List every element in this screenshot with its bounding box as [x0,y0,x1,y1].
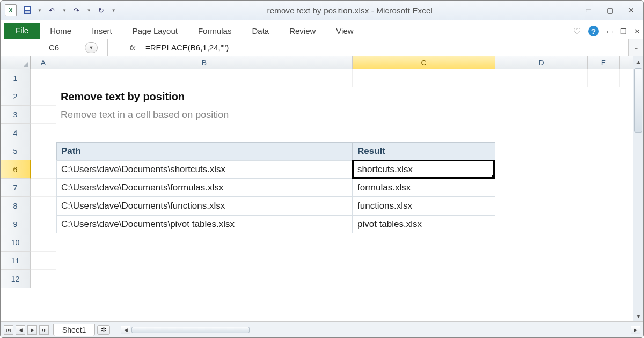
cell-result[interactable]: shortcuts.xlsx [353,160,495,179]
cell[interactable] [495,87,588,106]
cell[interactable] [588,197,620,215]
hscroll-track[interactable] [130,326,631,334]
cell[interactable] [588,160,620,179]
cell[interactable] [31,106,56,124]
cell[interactable] [588,124,620,142]
row-header[interactable]: 7 [1,179,31,197]
repeat-icon[interactable]: ↻ [96,5,107,16]
scroll-up-icon[interactable]: ▲ [633,56,643,67]
cell[interactable] [31,124,56,142]
formula-expand-icon[interactable]: ⌄ [628,39,643,56]
cell[interactable] [31,160,56,179]
cell[interactable] [31,252,56,270]
sheet-last-icon[interactable]: ⏭ [39,325,49,335]
tab-data[interactable]: Data [252,26,269,35]
save-icon[interactable] [22,5,33,16]
doc-restore-icon[interactable]: ❐ [620,27,627,35]
tab-page-layout[interactable]: Page Layout [133,26,178,35]
header-result[interactable]: Result [353,142,495,160]
qat-customize-icon[interactable]: ▼ [110,8,118,13]
cell[interactable] [353,124,495,142]
scroll-left-icon[interactable]: ◀ [121,326,130,334]
row-header[interactable]: 2 [1,87,31,106]
select-all-corner[interactable] [1,56,31,69]
col-header-a[interactable]: A [31,56,56,69]
row-header[interactable]: 3 [1,106,31,124]
cell[interactable] [495,215,588,233]
row-header[interactable]: 4 [1,124,31,142]
row-header[interactable]: 1 [1,69,31,87]
scroll-right-icon[interactable]: ▶ [631,326,640,334]
cell[interactable] [495,252,588,270]
scroll-track[interactable] [633,67,643,311]
row-header[interactable]: 12 [1,270,31,288]
cell[interactable] [31,69,56,87]
cell[interactable] [353,106,495,124]
col-header-d[interactable]: D [495,56,588,69]
redo-icon[interactable]: ↷ [71,5,82,16]
cell[interactable] [588,142,620,160]
qat-dropdown-icon[interactable]: ▼ [36,8,43,13]
cell[interactable] [353,87,495,106]
minimize-icon[interactable]: ▭ [582,5,594,15]
undo-icon[interactable]: ↶ [47,5,57,16]
cell-path[interactable]: C:\Users\dave\Documents\shortcuts.xlsx [56,160,353,179]
sheet-first-icon[interactable]: ⏮ [4,325,13,335]
cell[interactable] [353,252,495,270]
row-header[interactable]: 5 [1,142,31,160]
cell[interactable] [495,69,588,87]
cell[interactable] [495,197,588,215]
tab-home[interactable]: Home [50,26,71,35]
scroll-thumb[interactable] [634,68,642,133]
cell[interactable] [588,252,620,270]
cell[interactable] [495,179,588,197]
cell[interactable] [588,215,620,233]
vertical-scrollbar[interactable]: ▲ ▼ [633,56,643,321]
cell[interactable] [56,252,353,270]
cell[interactable] [353,233,495,252]
col-header-c[interactable]: C [353,56,495,69]
cell[interactable] [56,233,353,252]
cell-result[interactable]: formulas.xlsx [353,179,495,197]
new-sheet-icon[interactable]: ✲ [97,325,110,335]
cell[interactable] [588,87,620,106]
cell[interactable] [56,270,353,288]
cell[interactable] [588,270,620,288]
cell[interactable] [31,87,56,106]
scroll-down-icon[interactable]: ▼ [633,311,643,321]
cell[interactable] [56,124,353,142]
name-box[interactable]: C6 ▼ [1,39,108,56]
sheet-next-icon[interactable]: ▶ [27,325,37,335]
cell[interactable] [495,106,588,124]
cell-path[interactable]: C:\Users\dave\Documents\functions.xlsx [56,197,353,215]
col-header-b[interactable]: B [56,56,353,69]
cell-subtitle[interactable]: Remove text in a cell based on position [56,106,353,124]
cell[interactable] [56,69,353,87]
cell-path[interactable]: C:\Users\dave\Documents\pivot tables.xls… [56,215,353,233]
cell-result[interactable]: functions.xlsx [353,197,495,215]
cell[interactable] [31,233,56,252]
help-icon[interactable]: ? [588,26,599,36]
undo-dropdown-icon[interactable]: ▼ [61,8,68,13]
cell-path[interactable]: C:\Users\dave\Documents\formulas.xlsx [56,179,353,197]
maximize-icon[interactable]: ▢ [604,5,616,15]
formula-input[interactable]: =REPLACE(B6,1,24,"") [140,39,628,56]
cell[interactable] [495,124,588,142]
fx-icon[interactable]: fx [108,39,140,56]
row-header[interactable]: 6 [1,160,31,179]
close-icon[interactable]: ✕ [625,5,637,15]
header-path[interactable]: Path [56,142,353,160]
cell[interactable] [495,160,588,179]
hscroll-thumb[interactable] [131,327,250,333]
tab-review[interactable]: Review [289,26,316,35]
cell[interactable] [495,270,588,288]
row-header[interactable]: 11 [1,252,31,270]
col-header-e[interactable]: E [588,56,620,69]
cell[interactable] [588,69,620,87]
sheet-prev-icon[interactable]: ◀ [16,325,25,335]
sheet-tab[interactable]: Sheet1 [53,324,95,336]
tab-view[interactable]: View [336,26,353,35]
cell[interactable] [353,270,495,288]
tab-formulas[interactable]: Formulas [198,26,232,35]
horizontal-scrollbar[interactable]: ◀ ▶ [121,326,640,334]
